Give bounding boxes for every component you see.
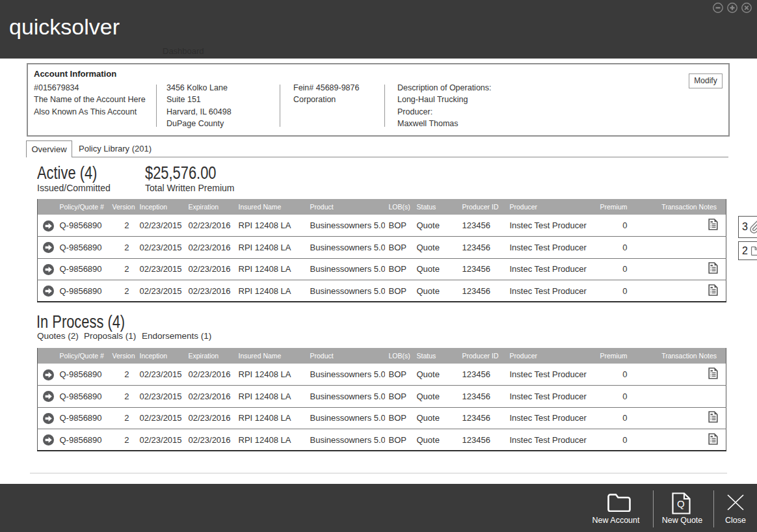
svg-text:Q: Q (677, 498, 685, 509)
